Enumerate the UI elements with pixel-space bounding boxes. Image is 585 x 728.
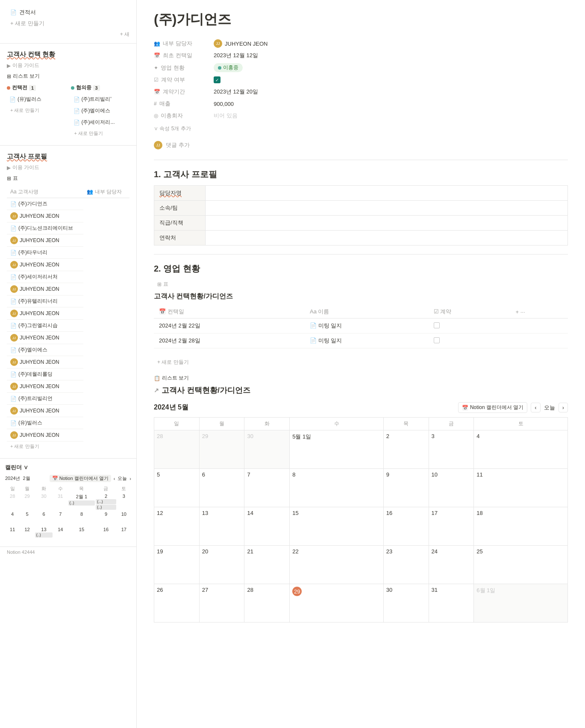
row-value-contact[interactable] [206, 231, 568, 246]
mini-cal-prev[interactable]: ‹ [114, 476, 115, 481]
aa-icon-2: Aa [310, 308, 317, 315]
aa-icon: Aa [10, 189, 17, 195]
sales-contract-1[interactable] [429, 319, 511, 333]
comment-avatar: JJ [154, 141, 162, 149]
customer-name[interactable]: 📄 (주)데월리롤딩 [7, 368, 83, 380]
prop-first-contact-value[interactable]: 2023년 12월 12일 [214, 52, 258, 59]
section1-profile-table: 담당자명 소속/팀 직급/직책 연락처 [154, 185, 568, 246]
customer-name[interactable]: 📄 (주)가디언즈 [7, 198, 83, 210]
document-icon: 📄 [10, 9, 17, 15]
customer-name[interactable]: 📄 (주)디노션크리에이티브 [7, 222, 83, 234]
notion-cal-open-btn[interactable]: 📅 Notion 캘린더에서 열기 [458, 402, 527, 413]
kanban-card[interactable]: 📄 (주)엘이에스 [71, 105, 130, 116]
table-row: 📄 (주)타우너리 JJ JUHYEON JEON [7, 247, 129, 271]
kanban-card[interactable]: 📄 (주)트리빌리' [71, 94, 130, 105]
customer-name[interactable]: 📄 (주)타우너리 [7, 247, 83, 259]
section2-title: 2. 영업 현황 [154, 263, 568, 275]
kanban-card[interactable]: 📄 (유)빌러스 [7, 94, 66, 105]
cal-prev-btn[interactable]: ‹ [531, 403, 540, 412]
sales-date-1[interactable]: 2024년 2월 22일 [154, 319, 305, 333]
mini-cal-next[interactable]: › [129, 476, 131, 481]
table-row: 2024년 2월 28일 📄 미팅 일지 [154, 333, 568, 348]
table-row: 연락처 [154, 231, 568, 246]
calendar-icon-2: 📅 [154, 89, 160, 95]
dot-green [71, 86, 74, 90]
sales-contract-2[interactable] [429, 333, 511, 348]
sales-col-date: 📅 컨택일 [154, 305, 305, 319]
prop-manager-value[interactable]: JJ JUHYEON JEON [214, 39, 268, 48]
document-icon: 📄 [10, 396, 17, 402]
divider-1 [154, 160, 568, 160]
customer-profile-title: 고객사 프로필 [7, 152, 129, 161]
avatar: JJ [214, 39, 222, 48]
mini-cal-notion-btn[interactable]: 📅 Notion 캘린더에서 열기 [50, 475, 111, 482]
add-comment[interactable]: JJ 댓글 추가 [154, 141, 568, 149]
row-label-rank: 직급/직책 [154, 216, 206, 231]
kanban-board: 컨택전 1 📄 (유)빌러스 + 새로 만들기 협의중 3 📄 ( [7, 84, 129, 138]
prop-contract-value[interactable]: ✓ [214, 76, 220, 84]
customer-name[interactable]: 📄 (주)유텔리티너리 [7, 295, 83, 307]
document-icon: 📄 [73, 120, 80, 126]
avatar: JJ [10, 237, 18, 244]
list-view-btn-2[interactable]: ⊞ 표 [7, 175, 129, 182]
row-value-team[interactable] [206, 201, 568, 216]
sales-new-btn[interactable]: + 새로 만들기 [154, 357, 568, 368]
prop-manager-label: 👥 내부 담당자 [154, 40, 214, 47]
list-view-btn[interactable]: ⊞ 리스트 보기 [7, 73, 129, 80]
prop-revenue-value[interactable]: 900,000 [214, 101, 234, 107]
table-row: 📄 (주)가디언즈 JJ JUHYEON JEON [7, 198, 129, 223]
big-cal-nav: 📅 Notion 캘린더에서 열기 ‹ 오늘 › [458, 402, 568, 413]
kanban-new-btn-2[interactable]: + 새로 만들기 [71, 129, 130, 138]
people-icon: 👥 [154, 41, 160, 47]
table-row: 📄 (주)디노션크리에이티브 JJ JUHYEON JEON [7, 222, 129, 247]
grid-icon-2: ⊞ [7, 175, 11, 181]
customer-name[interactable]: 📄 (주)엘이에스 [7, 344, 83, 356]
arrow-icon: ↗ [154, 387, 159, 394]
document-icon-2: 📄 [310, 322, 317, 329]
prop-max-contact-value[interactable]: 비어 있음 [214, 112, 238, 120]
today-label[interactable]: 오늘 [544, 404, 555, 412]
mini-cal-today[interactable]: 오늘 [118, 475, 127, 482]
customer-profile-section: 고객사 프로필 ▶ 이용 가이드 ⊞ 표 Aa 고객사명 👥 내부 담당자 [0, 146, 136, 459]
sales-name-1[interactable]: 📄 미팅 일지 [305, 319, 429, 333]
kanban-card[interactable]: 📄 (주)세이저리... [71, 117, 130, 128]
prop-contract-period-value[interactable]: 2023년 12월 20일 [214, 88, 258, 96]
customer-name[interactable]: 📄 (유)빌러스 [7, 417, 83, 429]
customer-name[interactable]: 📄 (주)세이저리서처 [7, 271, 83, 283]
plus-action[interactable]: + 새 [7, 29, 129, 40]
triangle-icon: ▶ [7, 63, 11, 69]
prop-sales-status-value[interactable]: 이홍중 [214, 63, 243, 72]
guide-link-2[interactable]: ▶ 이용 가이드 [7, 164, 129, 171]
avatar: JJ [10, 261, 18, 269]
big-cal-grid: 일 월 화 수 목 금 토 28 29 30 5월 1일 2 3 [154, 417, 568, 623]
view-toggle-table[interactable]: ⊞ 표 [154, 280, 172, 289]
document-icon: 📄 [73, 108, 80, 114]
sidebar-item-quote[interactable]: 📄 견적서 [7, 7, 129, 18]
list-view-label[interactable]: 📋 리스트 보기 [154, 374, 568, 382]
table-row: 📄 (주)세이저리서처 JJ JUHYEON JEON [7, 271, 129, 295]
sales-date-2[interactable]: 2024년 2월 28일 [154, 333, 305, 348]
guide-link[interactable]: ▶ 이용 가이드 [7, 62, 129, 69]
customer-name[interactable]: 📄 (주)트리빌리언 [7, 393, 83, 405]
customer-manager: JJ JUHYEON JEON [7, 380, 83, 393]
prop-max-contact: ◎ 이총회자 비어 있음 [154, 110, 568, 122]
col-contact-label: 컨택전 [12, 84, 27, 91]
cal-next-btn[interactable]: › [559, 403, 568, 412]
table-row: 📄 (유)빌러스 JJ JUHYEON JEON [7, 417, 129, 441]
sales-name-2[interactable]: 📄 미팅 일지 [305, 333, 429, 348]
document-icon: 📄 [10, 347, 17, 353]
prop-revenue: # 매출 900,000 [154, 98, 568, 110]
customer-manager: JJ JUHYEON JEON [7, 405, 83, 417]
document-icon: 📄 [9, 96, 16, 102]
sales-table: 📅 컨택일 Aa 이름 ☑ 계약 + ··· 2024년 2월 22일 📄 미팅… [154, 305, 568, 348]
new-item-button[interactable]: + 새로 만들기 [7, 18, 129, 29]
more-props-btn[interactable]: ∨ 속성 5개 추가 [154, 125, 568, 132]
row-value-rank[interactable] [206, 216, 568, 231]
customer-name[interactable]: 📄 (주)그린엘리시습 [7, 320, 83, 332]
avatar: JJ [10, 310, 18, 317]
table-new-btn[interactable]: + 새로 만들기 [7, 441, 129, 451]
kanban-new-btn[interactable]: + 새로 만들기 [7, 105, 66, 115]
row-value-name[interactable] [206, 186, 568, 201]
bottom-label: Notion 42444 [0, 547, 136, 557]
checkbox-checked: ✓ [214, 76, 220, 83]
